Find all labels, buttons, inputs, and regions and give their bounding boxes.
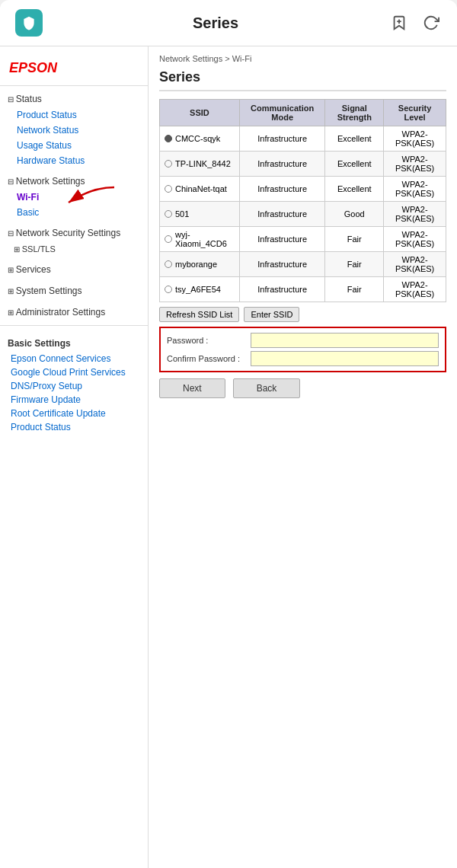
refresh-icon[interactable]	[420, 12, 442, 34]
wifi-table: SSID Communication Mode Signal Strength …	[159, 99, 446, 302]
sidebar-item-wifi[interactable]: Wi-Fi	[0, 190, 148, 205]
network-settings-group-label[interactable]: Network Settings	[0, 173, 148, 190]
cell-signal: Excellent	[325, 177, 384, 202]
col-security: Security Level	[384, 100, 446, 126]
sidebar-google-cloud[interactable]: Google Cloud Print Services	[0, 365, 148, 379]
bookmark-icon[interactable]	[388, 12, 410, 34]
col-ssid: SSID	[160, 100, 240, 126]
cell-security: WPA2-PSK(AES)	[384, 277, 446, 302]
sidebar-divider	[0, 325, 148, 326]
content-title: Series	[159, 69, 446, 91]
basic-settings-section: Basic Settings Epson Connect Services Go…	[0, 330, 148, 434]
network-security-label[interactable]: Network Security Settings	[0, 225, 148, 241]
password-input[interactable]	[251, 333, 439, 348]
sidebar-product-status-basic[interactable]: Product Status	[0, 420, 148, 434]
page-title: Series	[193, 14, 238, 32]
cell-mode: Infrastructure	[239, 277, 324, 302]
radio-dot[interactable]	[165, 135, 172, 142]
radio-dot[interactable]	[165, 260, 172, 268]
services-section: Services	[0, 257, 148, 278]
table-row[interactable]: myborangeInfrastructureFairWPA2-PSK(AES)	[160, 252, 446, 277]
cell-signal: Excellent	[325, 126, 384, 152]
cell-signal: Fair	[325, 227, 384, 252]
sidebar-firmware-update[interactable]: Firmware Update	[0, 393, 148, 407]
ssid-label: TP-LINK_8442	[175, 159, 231, 168]
cell-signal: Good	[325, 202, 384, 227]
back-button[interactable]: Back	[233, 378, 301, 398]
services-label[interactable]: Services	[0, 261, 148, 278]
cell-ssid[interactable]: myborange	[160, 252, 240, 277]
password-label: Password :	[167, 336, 251, 345]
main-layout: EPSON Status Product Status Network Stat…	[0, 46, 457, 868]
bottom-buttons: Next Back	[159, 378, 446, 398]
brand-logo: EPSON	[0, 54, 148, 86]
admin-settings-label[interactable]: Administrator Settings	[0, 304, 148, 321]
sidebar-item-basic[interactable]: Basic	[0, 205, 148, 220]
sidebar-dns-proxy[interactable]: DNS/Proxy Setup	[0, 379, 148, 393]
cell-mode: Infrastructure	[239, 202, 324, 227]
table-row[interactable]: TP-LINK_8442InfrastructureExcellentWPA2-…	[160, 152, 446, 177]
status-section: Status Product Status Network Status Usa…	[0, 86, 148, 168]
sidebar-root-cert[interactable]: Root Certificate Update	[0, 407, 148, 420]
confirm-password-input[interactable]	[251, 351, 439, 366]
cell-ssid[interactable]: tsy_A6FE54	[160, 277, 240, 302]
cell-security: WPA2-PSK(AES)	[384, 227, 446, 252]
password-row: Password :	[167, 333, 439, 348]
ssid-label: wyj-Xiaomi_4CD6	[175, 230, 235, 248]
cell-mode: Infrastructure	[239, 152, 324, 177]
ssid-label: 501	[175, 209, 189, 219]
cell-mode: Infrastructure	[239, 126, 324, 152]
cell-ssid[interactable]: CMCC-sqyk	[160, 126, 240, 152]
ssid-action-row: Refresh SSID List Enter SSID	[159, 307, 446, 322]
ssid-label: myborange	[175, 260, 217, 269]
radio-dot[interactable]	[165, 160, 172, 168]
table-row[interactable]: ChinaNet-tqatInfrastructureExcellentWPA2…	[160, 177, 446, 202]
refresh-ssid-button[interactable]: Refresh SSID List	[159, 307, 239, 322]
ssid-label: tsy_A6FE54	[175, 285, 221, 294]
cell-security: WPA2-PSK(AES)	[384, 252, 446, 277]
radio-dot[interactable]	[165, 185, 172, 193]
cell-security: WPA2-PSK(AES)	[384, 177, 446, 202]
sidebar-epson-connect[interactable]: Epson Connect Services	[0, 352, 148, 365]
radio-dot[interactable]	[165, 235, 172, 243]
col-signal: Signal Strength	[325, 100, 384, 126]
system-settings-section: System Settings	[0, 278, 148, 299]
cell-ssid[interactable]: 501	[160, 202, 240, 227]
sidebar-item-hardware-status[interactable]: Hardware Status	[0, 153, 148, 168]
cell-ssid[interactable]: ChinaNet-tqat	[160, 177, 240, 202]
sidebar-item-product-status[interactable]: Product Status	[0, 107, 148, 123]
table-row[interactable]: CMCC-sqykInfrastructureExcellentWPA2-PSK…	[160, 126, 446, 152]
basic-settings-label: Basic Settings	[0, 335, 148, 352]
ssid-label: CMCC-sqyk	[175, 134, 220, 143]
cell-mode: Infrastructure	[239, 227, 324, 252]
radio-dot[interactable]	[165, 210, 172, 218]
cell-mode: Infrastructure	[239, 252, 324, 277]
cell-security: WPA2-PSK(AES)	[384, 152, 446, 177]
cell-security: WPA2-PSK(AES)	[384, 202, 446, 227]
cell-mode: Infrastructure	[239, 177, 324, 202]
system-settings-label[interactable]: System Settings	[0, 282, 148, 299]
cell-ssid[interactable]: TP-LINK_8442	[160, 152, 240, 177]
sidebar-item-usage-status[interactable]: Usage Status	[0, 138, 148, 153]
cell-signal: Excellent	[325, 152, 384, 177]
password-section: Password : Confirm Password :	[159, 327, 446, 372]
admin-settings-section: Administrator Settings	[0, 299, 148, 321]
table-row[interactable]: tsy_A6FE54InfrastructureFairWPA2-PSK(AES…	[160, 277, 446, 302]
cell-signal: Fair	[325, 277, 384, 302]
radio-dot[interactable]	[165, 286, 172, 293]
breadcrumb: Network Settings > Wi-Fi	[159, 54, 446, 63]
next-button[interactable]: Next	[159, 378, 225, 398]
confirm-password-label: Confirm Password :	[167, 354, 251, 363]
cell-ssid[interactable]: wyj-Xiaomi_4CD6	[160, 227, 240, 252]
app-icon	[15, 9, 43, 37]
content-area: Network Settings > Wi-Fi Series SSID Com…	[149, 46, 457, 868]
sidebar-item-network-status[interactable]: Network Status	[0, 123, 148, 138]
enter-ssid-button[interactable]: Enter SSID	[244, 307, 299, 322]
status-group-label[interactable]: Status	[0, 91, 148, 107]
top-bar-actions	[388, 12, 442, 34]
confirm-password-row: Confirm Password :	[167, 351, 439, 366]
ssl-tls-label[interactable]: SSL/TLS	[0, 241, 148, 257]
table-row[interactable]: wyj-Xiaomi_4CD6InfrastructureFairWPA2-PS…	[160, 227, 446, 252]
top-bar: Series	[0, 0, 457, 46]
table-row[interactable]: 501InfrastructureGoodWPA2-PSK(AES)	[160, 202, 446, 227]
